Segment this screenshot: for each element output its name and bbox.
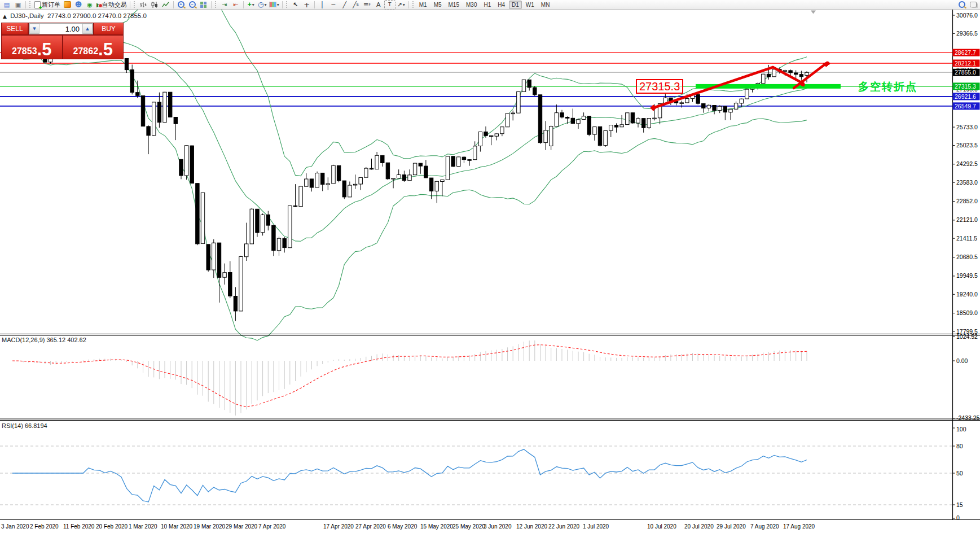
svg-text:100: 100 [956, 426, 966, 432]
timeframe-button-M30[interactable]: M30 [463, 1, 480, 9]
svg-text:29366.5: 29366.5 [956, 30, 978, 37]
date-label: 17 Aug 2020 [783, 523, 815, 530]
text-icon[interactable]: A [373, 1, 384, 9]
date-label: 27 Apr 2020 [355, 523, 386, 530]
timeframe-button-M5[interactable]: M5 [431, 1, 445, 9]
date-label: 1 Jul 2020 [583, 523, 609, 530]
signals-icon[interactable]: ◉ [84, 1, 95, 9]
macd-histogram [12, 340, 807, 416]
collapse-arrow-icon[interactable]: ▲ [3, 14, 7, 19]
search-icon[interactable] [956, 1, 968, 9]
horizontal-line-icon[interactable]: ─ [328, 1, 339, 9]
rsi-label: RSI(14) 66.8194 [2, 422, 47, 429]
indicators-button[interactable]: +▾ [245, 1, 257, 9]
symbol-period-label: DJ30-,Daily [10, 12, 43, 19]
volume-input[interactable] [39, 24, 82, 34]
vertical-line-icon[interactable]: │ [317, 1, 328, 9]
volume-decrease-button[interactable]: ▼ [29, 24, 39, 34]
line-chart-icon[interactable] [160, 1, 172, 9]
date-label: 29 Mar 2020 [226, 523, 258, 530]
zoom-out-icon[interactable]: − [187, 1, 198, 9]
buy-price-display[interactable]: 27862.5 [63, 36, 124, 59]
zoom-in-icon[interactable]: + [175, 1, 187, 9]
svg-text:22121.0: 22121.0 [956, 216, 978, 223]
svg-text:0: 0 [956, 514, 960, 521]
community-icon[interactable]: ☻ [73, 1, 84, 9]
timeframe-button-D1[interactable]: D1 [509, 1, 522, 9]
trendline-icon[interactable]: ╱ [339, 1, 350, 9]
date-label: 1 Mar 2020 [129, 523, 157, 530]
macd-label: MACD(12,26,9) 365.12 402.62 [2, 337, 86, 343]
date-label: 10 Mar 2020 [161, 523, 193, 530]
date-label: 15 May 2020 [420, 523, 453, 530]
svg-text:-2433.25: -2433.25 [956, 414, 980, 421]
svg-text:23583.0: 23583.0 [956, 179, 978, 186]
svg-text:19949.5: 19949.5 [956, 272, 978, 279]
text-label-icon[interactable]: T [384, 0, 395, 10]
template-button[interactable]: ▾ [268, 1, 280, 9]
volume-increase-button[interactable]: ▲ [82, 24, 93, 34]
svg-text:30076.0: 30076.0 [956, 12, 978, 19]
fibonacci-icon[interactable]: ≡F [362, 1, 373, 9]
chart-shift-icon[interactable]: ⇤ [230, 1, 241, 9]
auto-scroll-icon[interactable]: ⇥ [219, 1, 230, 9]
date-label: 6 May 2020 [388, 523, 418, 530]
timeframe-button-M15[interactable]: M15 [446, 1, 462, 9]
svg-text:15: 15 [956, 501, 963, 508]
timeframe-button-W1[interactable]: W1 [523, 1, 537, 9]
price-flag-annotation[interactable]: 27315.3 [636, 79, 683, 94]
autotrading-icon: ▶ [96, 2, 101, 8]
equidistant-channel-icon[interactable]: ╱E [350, 1, 362, 9]
autotrading-button[interactable]: ▶ 自动交易 [95, 1, 128, 9]
timeframe-button-M1[interactable]: M1 [416, 1, 430, 9]
buy-button[interactable]: BUY [94, 23, 123, 34]
crosshair-icon[interactable]: + [301, 1, 313, 9]
date-label: 7 Apr 2020 [258, 523, 286, 530]
turning-point-annotation[interactable]: 多空转折点 [858, 80, 917, 94]
svg-text:24292.5: 24292.5 [956, 160, 978, 167]
sell-price-display[interactable]: 27853.5 [2, 36, 62, 59]
timeframe-button-H1[interactable]: H1 [481, 1, 494, 9]
buy-price-main: 27862 [73, 46, 99, 57]
date-label: 29 Jul 2020 [717, 523, 746, 530]
mt4-window: ▤ ▣ 新订单 ☻ ◉ ▶ 自动交易 + − ⇥ ⇤ +▾ ◷▾ [0, 0, 980, 533]
chart-canvas[interactable]: 30076.029366.528656.527946.027195.026484… [0, 0, 980, 533]
new-order-label: 新订单 [42, 1, 60, 9]
metaeditor-icon[interactable] [61, 1, 73, 9]
date-label: 7 Aug 2020 [750, 523, 779, 530]
new-order-button[interactable]: 新订单 [33, 1, 61, 9]
rsi-line [12, 449, 807, 502]
date-label: 17 Apr 2020 [323, 523, 354, 530]
price-badge-27315.3: 27315.3 [953, 82, 980, 90]
svg-text:27855.0: 27855.0 [955, 69, 976, 76]
date-label: 25 May 2020 [452, 523, 485, 530]
macd-signal-line [12, 345, 807, 407]
svg-text:25023.5: 25023.5 [956, 142, 978, 148]
sell-price-main: 27853 [12, 46, 37, 57]
svg-text:18509.0: 18509.0 [956, 309, 978, 316]
price-badge-27855: 27855.0 [953, 69, 980, 76]
candlestick-chart-icon[interactable] [149, 1, 160, 9]
bollinger-middle [12, 39, 807, 241]
sell-button[interactable]: SELL [2, 23, 28, 34]
one-click-trading-panel: SELL ▼ ▲ BUY 27853.5 27862.5 [1, 23, 124, 59]
svg-text:80: 80 [956, 443, 963, 449]
data-window-icon[interactable]: ▣ [12, 1, 24, 9]
market-watch-icon[interactable]: ▤ [1, 1, 12, 9]
date-label: 19 Mar 2020 [194, 523, 226, 530]
bar-chart-icon[interactable] [138, 1, 149, 9]
chat-icon[interactable] [968, 1, 979, 9]
svg-text:26921.6: 26921.6 [955, 93, 976, 100]
price-badge-28212.1: 28212.1 [953, 60, 980, 67]
arrows-tool-icon[interactable]: ↗▾ [395, 1, 407, 9]
date-label: 11 Feb 2020 [63, 523, 95, 530]
timeframe-button-MN[interactable]: MN [538, 1, 553, 9]
timeframe-button-H4[interactable]: H4 [495, 1, 508, 9]
svg-text:20680.5: 20680.5 [956, 254, 978, 260]
svg-text:50: 50 [956, 470, 963, 477]
timeframes-button[interactable]: ◷▾ [257, 1, 268, 9]
sell-price-fraction: .5 [37, 42, 52, 57]
tile-windows-icon[interactable] [198, 1, 209, 9]
cursor-icon[interactable]: ↖ [290, 1, 301, 9]
svg-text:27315.3: 27315.3 [955, 83, 976, 90]
